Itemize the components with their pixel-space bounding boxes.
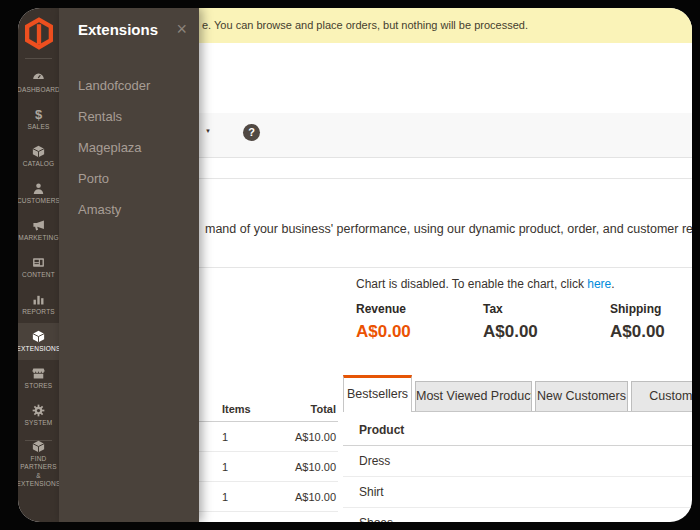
sidebar-item-catalog[interactable]: CATALOG: [18, 138, 59, 175]
sidebar-item-label: DASHBOARD: [18, 86, 60, 94]
sidebar-item-label: CATALOG: [23, 160, 55, 168]
demo-store-notice-text: e. You can browse and place orders, but …: [202, 8, 528, 43]
flyout-item-amasty[interactable]: Amasty: [59, 194, 199, 225]
total-shipping: Shipping A$0.00: [610, 302, 692, 342]
total-label: Revenue: [356, 302, 483, 316]
sidebar-item-label: EXTENSIONS: [18, 345, 60, 353]
sidebar-divider: [25, 58, 52, 59]
list-item[interactable]: Dress: [343, 446, 692, 477]
order-total-cell: A$10.00: [258, 461, 338, 473]
sidebar-item-reports[interactable]: REPORTS: [18, 286, 59, 323]
chart-disabled-text: Chart is disabled. To enable the chart, …: [356, 277, 587, 291]
dashboard-icon: [32, 70, 45, 84]
stores-icon: [32, 366, 45, 380]
order-total-cell: A$10.00: [258, 491, 338, 503]
sidebar-item-sales[interactable]: $ SALES: [18, 101, 59, 138]
tab-most-viewed-products[interactable]: Most Viewed Products: [415, 381, 532, 412]
flyout-item-porto[interactable]: Porto: [59, 163, 199, 194]
sidebar-item-stores[interactable]: STORES: [18, 360, 59, 397]
content-icon: [32, 255, 45, 269]
sidebar-item-label: FIND PARTNERS: [18, 455, 59, 472]
sidebar-item-content[interactable]: CONTENT: [18, 249, 59, 286]
sidebar-item-label: SALES: [28, 123, 50, 131]
orders-total-header[interactable]: Total: [258, 403, 338, 415]
extensions-flyout: Extensions × Landofcoder Rentals Magepla…: [59, 8, 199, 522]
close-icon[interactable]: ×: [174, 20, 189, 38]
sidebar-item-customers[interactable]: CUSTOMERS: [18, 175, 59, 212]
order-total-cell: A$10.00: [258, 431, 338, 443]
sidebar-item-dashboard[interactable]: DASHBOARD: [18, 64, 59, 101]
customers-icon: [32, 181, 45, 195]
tab-new-customers[interactable]: New Customers: [535, 381, 628, 412]
sidebar-item-label: SYSTEM: [25, 419, 53, 427]
sidebar-item-label: CUSTOMERS: [18, 197, 60, 205]
list-item[interactable]: Shoes: [343, 508, 692, 522]
flyout-item-rentals[interactable]: Rentals: [59, 101, 199, 132]
magento-logo[interactable]: [18, 8, 59, 58]
sidebar-item-system[interactable]: SYSTEM: [18, 397, 59, 434]
dashboard-tabs: Bestsellers Most Viewed Products New Cus…: [343, 375, 692, 412]
chart-disabled-text-suffix: .: [611, 277, 614, 291]
total-value: A$0.00: [483, 322, 610, 342]
svg-text:$: $: [35, 108, 43, 121]
sales-icon: $: [32, 107, 45, 121]
find-partners-icon: [32, 440, 45, 453]
advanced-reporting-text: mand of your business' performance, usin…: [205, 222, 692, 236]
total-value: A$0.00: [356, 322, 483, 342]
sidebar-item-marketing[interactable]: MARKETING: [18, 212, 59, 249]
system-gear-icon: [32, 403, 45, 417]
tab-customers[interactable]: Customers: [631, 381, 692, 412]
reports-icon: [32, 292, 45, 306]
sidebar-item-find-partners[interactable]: FIND PARTNERS & EXTENSIONS: [18, 443, 59, 485]
extensions-icon: [32, 329, 45, 343]
flyout-title: Extensions: [78, 21, 158, 38]
list-item[interactable]: Shirt: [343, 477, 692, 508]
marketing-icon: [32, 218, 45, 232]
flyout-item-mageplaza[interactable]: Mageplaza: [59, 132, 199, 163]
sidebar-item-label: CONTENT: [22, 271, 55, 279]
total-revenue: Revenue A$0.00: [356, 302, 483, 342]
catalog-icon: [32, 144, 45, 158]
flyout-header: Extensions ×: [59, 8, 199, 38]
admin-sidebar: DASHBOARD $ SALES CATALOG CUSTOMERS MARK…: [18, 8, 59, 522]
help-icon[interactable]: ?: [243, 124, 260, 141]
magento-admin-window: e. You can browse and place orders, but …: [18, 8, 692, 522]
sidebar-item-label: STORES: [25, 382, 53, 390]
store-scope-caret-icon[interactable]: ▼: [205, 128, 211, 134]
sidebar-item-label: MARKETING: [18, 234, 58, 242]
enable-chart-link[interactable]: here: [587, 277, 611, 291]
tab-bestsellers[interactable]: Bestsellers: [343, 375, 412, 412]
total-value: A$0.00: [610, 322, 692, 342]
dashboard-totals: Revenue A$0.00 Tax A$0.00 Shipping A$0.0…: [356, 302, 692, 342]
sidebar-item-extensions[interactable]: EXTENSIONS: [18, 323, 59, 360]
sidebar-item-label: & EXTENSIONS: [18, 472, 60, 489]
order-total-cell: A$10.00: [258, 521, 338, 523]
bestsellers-panel: Product Dress Shirt Shoes: [343, 412, 692, 522]
flyout-menu-list: Landofcoder Rentals Mageplaza Porto Amas…: [59, 70, 199, 225]
total-tax: Tax A$0.00: [483, 302, 610, 342]
chart-disabled-note: Chart is disabled. To enable the chart, …: [356, 277, 615, 291]
bestsellers-product-header: Product: [343, 412, 692, 446]
total-label: Shipping: [610, 302, 692, 316]
total-label: Tax: [483, 302, 610, 316]
flyout-item-landofcoder[interactable]: Landofcoder: [59, 70, 199, 101]
sidebar-item-label: REPORTS: [22, 308, 55, 316]
